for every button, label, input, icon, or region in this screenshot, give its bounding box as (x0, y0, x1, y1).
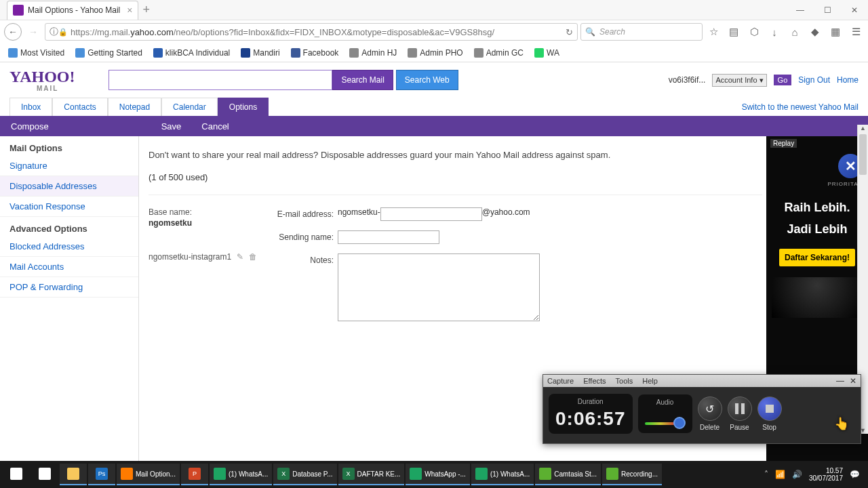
go-button[interactable]: Go (774, 75, 792, 85)
minimize-button[interactable]: — (787, 0, 814, 20)
pause-button[interactable]: Pause (728, 396, 752, 431)
email-prefix: ngomsetku- (338, 207, 380, 217)
email-input[interactable] (380, 207, 482, 221)
taskbar-label: Camtasia St... (554, 470, 597, 478)
sidebar-item-signature[interactable]: Signature (0, 156, 138, 176)
tray-volume-icon[interactable]: 🔊 (792, 470, 802, 479)
sign-out-link[interactable]: Sign Out (798, 75, 830, 85)
taskbar-item[interactable]: Ps (88, 464, 115, 485)
bookmark-star-icon[interactable]: ☆ (705, 24, 722, 40)
camtasia-menu-help[interactable]: Help (642, 377, 658, 385)
tray-chevron-icon[interactable]: ˄ (764, 470, 768, 479)
camtasia-menu-capture[interactable]: Capture (547, 377, 574, 385)
sending-name-input[interactable] (338, 230, 439, 244)
bookmark-item[interactable]: klikBCA Individual (149, 47, 234, 59)
close-button[interactable]: ✕ (841, 0, 868, 20)
mail-search-input[interactable] (108, 70, 332, 90)
bookmark-icon (474, 48, 484, 58)
taskbar-item[interactable]: (1) WhatsA... (471, 464, 534, 485)
scroll-up-icon[interactable]: ▲ (858, 125, 868, 131)
edit-icon[interactable]: ✎ (237, 252, 243, 262)
pocket-icon[interactable]: ⬡ (746, 24, 762, 40)
info-icon[interactable]: ⓘ (50, 26, 58, 38)
camtasia-minimize-button[interactable]: — (836, 376, 844, 386)
delete-icon[interactable]: 🗑 (249, 252, 257, 262)
tab-close-icon[interactable]: × (127, 5, 132, 16)
sidebar-item-vacation-response[interactable]: Vacation Response (0, 197, 138, 217)
maximize-button[interactable]: ☐ (814, 0, 841, 20)
windows-taskbar: ⊞▭PsMail Option...P(1) WhatsA...XDatabas… (0, 461, 868, 488)
bookmark-icon (408, 48, 417, 58)
bookmark-label: WA (547, 48, 559, 58)
tray-network-icon[interactable]: 📶 (775, 470, 785, 479)
camtasia-menu-tools[interactable]: Tools (616, 377, 633, 385)
new-tab-button[interactable]: + (142, 3, 150, 17)
menu-icon[interactable]: ☰ (848, 24, 864, 40)
ad-replay-badge[interactable]: Replay (770, 139, 797, 148)
browser-tab[interactable]: Mail Options - Yahoo Mail × (7, 1, 138, 20)
main-tab-contacts[interactable]: Contacts (52, 98, 107, 116)
camtasia-close-button[interactable]: ✕ (850, 376, 856, 386)
compose-button[interactable]: Compose (0, 121, 60, 131)
sidebar-item-disposable-addresses[interactable]: Disposable Addresses (0, 176, 138, 197)
bookmark-item[interactable]: WA (530, 47, 564, 59)
bookmark-item[interactable]: Admin HJ (345, 47, 401, 59)
bookmark-item[interactable]: Admin PHO (403, 47, 467, 59)
url-bar[interactable]: ⓘ 🔒 https://mg.mail.yahoo.com/neo/b/opti… (45, 23, 578, 41)
bookmark-item[interactable]: Most Visited (4, 47, 68, 59)
account-info-select[interactable]: Account Info ▾ (712, 74, 766, 87)
home-icon[interactable]: ⌂ (787, 24, 803, 40)
browser-search[interactable]: 🔍 Search (580, 23, 703, 41)
taskbar-item[interactable]: Mail Option... (117, 464, 180, 485)
taskbar-label: Database P... (292, 470, 332, 478)
notes-textarea[interactable] (338, 253, 540, 321)
scroll-thumb[interactable] (859, 134, 867, 175)
ad-cta-button[interactable]: Daftar Sekarang! (779, 249, 855, 266)
sidebar-item-mail-accounts[interactable]: Mail Accounts (0, 257, 138, 277)
taskbar-item[interactable]: XDAFTAR KE... (338, 464, 405, 485)
taskbar-item[interactable]: Recording... (602, 464, 662, 485)
bookmark-item[interactable]: Mandiri (237, 47, 283, 59)
bookmark-item[interactable]: Facebook (287, 47, 343, 59)
sidebar-item-pop-forwarding[interactable]: POP & Forwarding (0, 277, 138, 298)
bookmark-label: klikBCA Individual (165, 48, 230, 58)
main-tab-options[interactable]: Options (218, 98, 269, 116)
main-tab-inbox[interactable]: Inbox (9, 98, 52, 116)
camtasia-menu-effects[interactable]: Effects (583, 377, 606, 385)
taskbar-item[interactable]: ⊞ (3, 464, 30, 485)
taskbar-item[interactable] (60, 464, 87, 485)
tray-notifications-icon[interactable]: 💬 (850, 470, 860, 479)
tray-clock[interactable]: 10.57 30/07/2017 (809, 467, 843, 482)
refresh-icon[interactable]: ↻ (566, 27, 573, 37)
sending-name-row: Sending name: (267, 230, 540, 244)
taskbar-item[interactable]: Camtasia St... (535, 464, 601, 485)
sidebar-icon[interactable]: ▦ (827, 24, 844, 40)
bookmark-item[interactable]: Getting Started (71, 47, 146, 59)
main-tab-notepad[interactable]: Notepad (108, 98, 161, 116)
home-link[interactable]: Home (837, 75, 859, 85)
delete-button[interactable]: ↺ Delete (698, 396, 722, 431)
search-mail-button[interactable]: Search Mail (332, 70, 393, 90)
taskbar-item[interactable]: (1) WhatsA... (210, 464, 272, 485)
bookmark-item[interactable]: Admin GC (470, 47, 528, 59)
extension-icon[interactable]: ◆ (807, 24, 823, 40)
library-icon[interactable]: ▤ (726, 24, 742, 40)
taskbar-item[interactable]: XDatabase P... (273, 464, 336, 485)
taskbar-item[interactable]: ▭ (31, 464, 58, 485)
stop-button[interactable]: Stop (757, 396, 782, 431)
taskbar-icon: Ps (96, 468, 108, 480)
downloads-icon[interactable]: ↓ (766, 24, 783, 40)
email-suffix: @yahoo.com (482, 207, 530, 217)
back-button[interactable]: ← (4, 23, 22, 41)
switch-newest-link[interactable]: Switch to the newest Yahoo Mail (742, 102, 859, 112)
forward-button[interactable]: → (24, 23, 42, 41)
taskbar-item[interactable]: P (181, 464, 208, 485)
main-tab-calendar[interactable]: Calendar (161, 98, 218, 116)
taskbar-item[interactable]: WhatsApp -... (406, 464, 470, 485)
audio-volume-dial[interactable] (673, 417, 686, 429)
search-web-button[interactable]: Search Web (396, 70, 458, 90)
save-button[interactable]: Save (161, 121, 182, 131)
cancel-button[interactable]: Cancel (201, 121, 229, 131)
sidebar-item-blocked-addresses[interactable]: Blocked Addresses (0, 237, 138, 257)
yahoo-logo[interactable]: YAHOO! MAIL (9, 68, 75, 92)
